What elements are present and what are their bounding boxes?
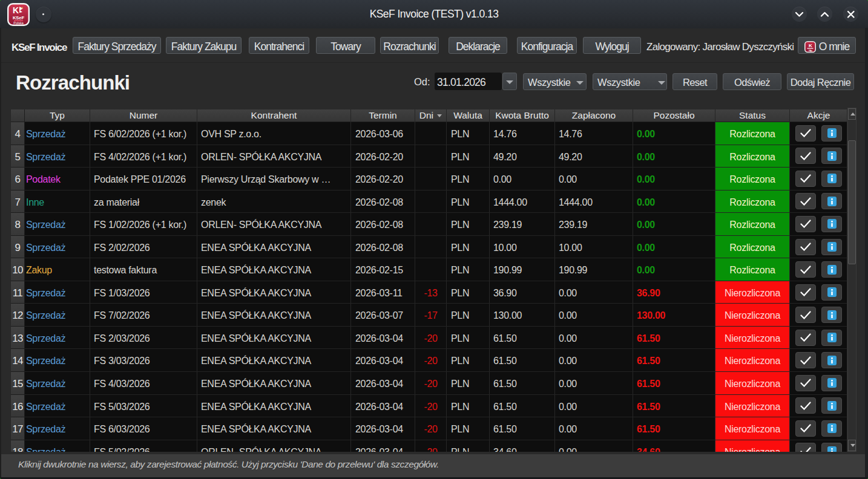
svg-text:K: K [13, 5, 19, 15]
svg-text:Polska: Polska [13, 21, 24, 25]
svg-text:KSeF: KSeF [13, 15, 25, 21]
